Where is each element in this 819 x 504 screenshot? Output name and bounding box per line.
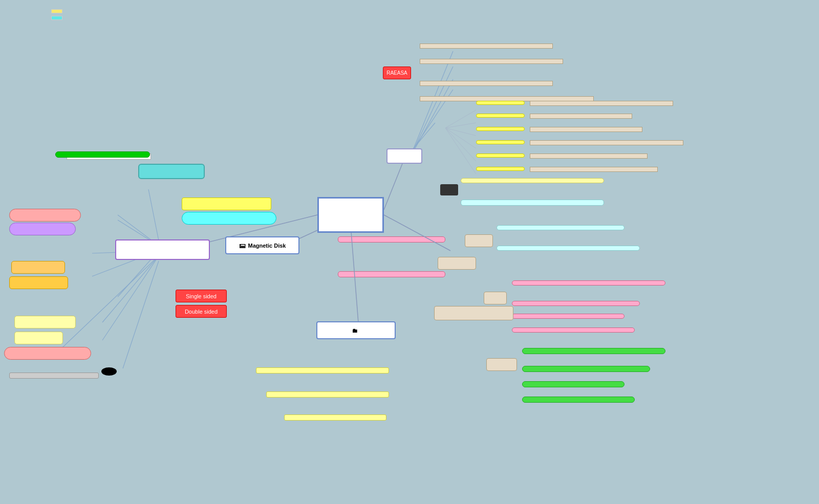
raid-desc1-box xyxy=(420,59,563,64)
raid3-desc xyxy=(530,140,683,145)
svg-line-12 xyxy=(51,256,159,358)
waktu-akses-node xyxy=(101,367,117,376)
raid0-node xyxy=(476,101,525,105)
movable-head-node xyxy=(182,212,276,225)
removable-node xyxy=(9,223,76,235)
raid1-node xyxy=(476,114,525,118)
cdrom-node xyxy=(438,257,476,270)
raid4-desc xyxy=(530,154,648,159)
optical-memory-node: 🖿 xyxy=(316,321,396,339)
svg-line-14 xyxy=(148,189,159,240)
single-platter-node xyxy=(11,261,65,274)
redundancy-box xyxy=(420,43,553,49)
worm-desc3-box xyxy=(522,381,624,387)
nonremovable-node xyxy=(9,209,81,222)
raid-red-node: RAEASA xyxy=(383,67,411,79)
svg-line-13 xyxy=(123,261,159,368)
fixed-head-node xyxy=(182,198,271,210)
svg-line-11 xyxy=(102,256,159,340)
raid-node xyxy=(386,148,422,164)
cdi-desc1-box xyxy=(497,225,624,230)
worm-desc1-box xyxy=(522,348,665,354)
dvi-desc2-box xyxy=(512,301,640,306)
cdrom-desc2-box xyxy=(338,271,445,277)
dvi-desc4-box xyxy=(512,327,635,333)
produk-disk-optis-node xyxy=(434,306,513,320)
double-sided-node: Double sided xyxy=(176,305,227,318)
erasable-desc3-box xyxy=(284,414,386,421)
definisi-node xyxy=(138,164,205,179)
svg-line-4 xyxy=(384,215,450,251)
raid3-node xyxy=(476,140,525,144)
svg-line-19 xyxy=(410,79,453,159)
raid5-node xyxy=(476,167,525,171)
cd-desc2-box xyxy=(461,200,604,206)
svg-line-20 xyxy=(445,110,476,128)
nim-label xyxy=(51,16,62,20)
karakteristik-node xyxy=(115,239,210,260)
worm-node xyxy=(486,358,517,371)
magnetic-disk-node: 🖴 Magnetic Disk xyxy=(225,236,299,254)
fixed-gap-node xyxy=(14,332,63,344)
svg-line-21 xyxy=(445,123,476,128)
worm-desc2-box xyxy=(522,366,650,372)
contact-node xyxy=(14,316,76,328)
raid4-node xyxy=(476,154,525,158)
svg-line-17 xyxy=(410,67,453,159)
raid2-desc xyxy=(530,127,642,132)
aerodynamic-node xyxy=(4,347,91,360)
dvi-node xyxy=(484,292,507,304)
multiple-platter-node xyxy=(9,276,68,289)
worm-desc4-box xyxy=(522,397,635,403)
central-node xyxy=(317,197,384,233)
svg-line-10 xyxy=(102,256,159,322)
svg-line-18 xyxy=(410,51,453,159)
dvi-desc1-box xyxy=(512,280,665,286)
raid0-desc xyxy=(530,101,673,106)
raid5-desc xyxy=(530,167,658,172)
erasable-desc1-box xyxy=(256,367,389,374)
nama-label xyxy=(51,9,62,13)
waktu-desc xyxy=(9,372,99,379)
info-box xyxy=(51,9,62,20)
cdrom-desc1-box xyxy=(338,236,445,243)
raid-desc2-box xyxy=(420,81,553,86)
raid2-node xyxy=(476,127,525,131)
svg-line-23 xyxy=(445,128,476,148)
cd-node xyxy=(440,184,458,195)
svg-line-22 xyxy=(445,128,476,136)
svg-line-3 xyxy=(384,159,404,210)
single-sided-node: Single sided xyxy=(176,290,227,302)
svg-line-24 xyxy=(445,128,476,161)
svg-line-25 xyxy=(445,128,476,174)
cdi-desc2-box xyxy=(497,246,640,251)
cdi-node xyxy=(465,234,493,247)
erasable-desc2-box xyxy=(266,391,389,398)
raid1-desc xyxy=(530,114,632,119)
disket-node xyxy=(55,151,150,158)
cd-desc1-box xyxy=(461,178,604,183)
dvi-desc3-box xyxy=(512,314,624,319)
